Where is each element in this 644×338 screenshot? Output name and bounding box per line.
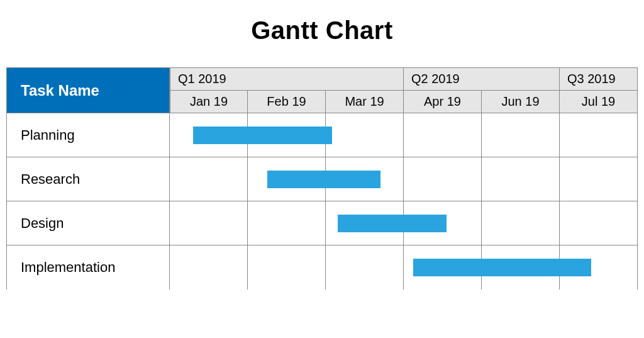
bar-implementation <box>413 259 591 276</box>
task-label-research: Research <box>6 157 170 201</box>
bar-row-implementation <box>170 245 638 290</box>
chart-title: Gantt Chart <box>0 16 644 45</box>
bar-research <box>267 171 380 188</box>
task-label-planning: Planning <box>6 113 170 157</box>
month-header: Jan 19 <box>170 91 248 113</box>
taskname-header: Task Name <box>6 67 170 113</box>
bar-planning <box>193 127 332 144</box>
bar-row-planning <box>170 113 638 157</box>
bar-design <box>338 215 447 232</box>
month-header: Mar 19 <box>326 91 404 113</box>
quarter-header-q3: Q3 2019 <box>560 67 638 91</box>
gantt-grid: Task Name Q1 2019 Q2 2019 Q3 2019 Jan 19… <box>6 67 638 290</box>
quarter-header-q2: Q2 2019 <box>404 67 560 91</box>
month-header: Feb 19 <box>248 91 326 113</box>
task-label-design: Design <box>6 201 170 245</box>
bar-row-research <box>170 157 638 201</box>
month-header: Apr 19 <box>404 91 482 113</box>
month-header: Jul 19 <box>560 91 638 113</box>
task-label-implementation: Implementation <box>6 245 170 290</box>
month-header: Jun 19 <box>482 91 560 113</box>
bar-row-design <box>170 201 638 245</box>
quarter-header-q1: Q1 2019 <box>170 67 404 91</box>
